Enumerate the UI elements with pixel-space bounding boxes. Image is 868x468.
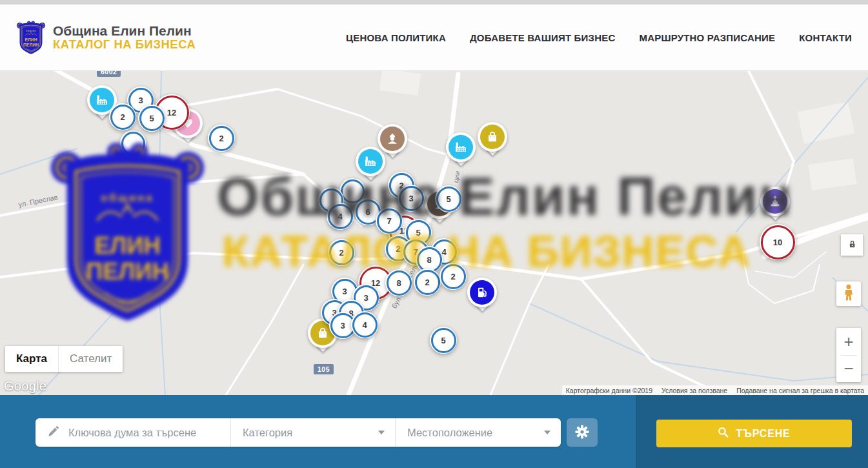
factory-icon xyxy=(95,93,109,107)
header: община ЕЛИН ПЕЛИН Община Елин Пелин КАТА… xyxy=(0,5,868,71)
cluster-marker[interactable]: 4 xyxy=(327,203,354,230)
page: община ЕЛИН ПЕЛИН Община Елин Пелин КАТА… xyxy=(0,0,868,468)
zoom-control: + − xyxy=(836,328,861,382)
cluster-count: 5 xyxy=(436,187,461,212)
category-select-label: Категория xyxy=(243,427,292,439)
cluster-count: 2 xyxy=(441,264,466,289)
map-type-satellite-button[interactable]: Сателит xyxy=(58,346,123,372)
search-fields: Категория Местоположение xyxy=(35,418,561,447)
cluster-count: 5 xyxy=(431,328,456,353)
worker-icon xyxy=(385,132,399,146)
fuel-icon xyxy=(475,285,489,300)
cluster-marker[interactable]: 8 xyxy=(385,269,412,296)
google-logo[interactable]: Google xyxy=(4,379,46,394)
search-bar: Категория Местоположение ТЪР xyxy=(0,395,868,468)
pin-bubble xyxy=(478,122,507,152)
search-button[interactable]: ТЪРСЕНЕ xyxy=(656,420,852,447)
search-button-label: ТЪРСЕНЕ xyxy=(736,428,790,440)
site-subtitle: КАТАЛОГ НА БИЗНЕСА xyxy=(53,38,196,52)
site-title: Община Елин Пелин xyxy=(53,23,196,39)
pin-bubble xyxy=(760,187,790,216)
factory-icon xyxy=(363,154,378,168)
magnifier-icon xyxy=(718,427,729,440)
cluster-marker[interactable]: 2 xyxy=(439,263,467,290)
search-fields-section: Категория Местоположение xyxy=(0,395,636,468)
main-nav: ЦЕНОВА ПОЛИТИКАДОБАВЕТЕ ВАШИЯТ БИЗНЕСМАР… xyxy=(322,32,852,43)
cluster-count: 2 xyxy=(209,126,234,151)
terms-link[interactable]: Условия за ползване xyxy=(661,387,727,394)
cluster-count: 8 xyxy=(387,270,412,296)
pin-bubble xyxy=(467,278,497,307)
nav-item-3[interactable]: КОНТАКТИ xyxy=(799,32,852,43)
cluster-count: 5 xyxy=(139,106,165,131)
cluster-marker[interactable]: 3 xyxy=(398,185,425,212)
nav-item-1[interactable]: ДОБАВЕТЕ ВАШИЯТ БИЗНЕС xyxy=(470,32,615,43)
site-logo[interactable]: община ЕЛИН ПЕЛИН Община Елин Пелин КАТА… xyxy=(16,19,196,56)
map-copyright: Картографски данни ©2019 xyxy=(566,387,652,394)
category-select[interactable]: Категория xyxy=(231,418,395,447)
location-select-label: Местоположение xyxy=(407,427,492,439)
cluster-count: 3 xyxy=(399,186,424,211)
pegman-icon xyxy=(842,284,856,303)
cluster-count: 2 xyxy=(329,240,354,265)
bag-icon xyxy=(485,130,500,144)
logo-text: Община Елин Пелин КАТАЛОГ НА БИЗНЕСА xyxy=(53,23,196,52)
map-attribution: Картографски данни ©2019 Условия за полз… xyxy=(562,385,868,395)
cluster-count: 10 xyxy=(761,225,795,259)
svg-text:община: община xyxy=(26,30,35,32)
pin-bubble xyxy=(378,124,407,154)
street-view-pegman[interactable] xyxy=(836,281,861,306)
cluster-marker[interactable]: 2 xyxy=(328,239,355,266)
pin-bubble xyxy=(446,132,476,162)
municipality-crest-logo: община ЕЛИН ПЕЛИН xyxy=(16,19,46,56)
map-type-control: Карта Сателит xyxy=(5,346,123,372)
cluster-count: 2 xyxy=(415,270,440,295)
nav-item-0[interactable]: ЦЕНОВА ПОЛИТИКА xyxy=(346,32,446,43)
cluster-marker[interactable]: 10 xyxy=(760,224,796,260)
search-action-section: ТЪРСЕНЕ xyxy=(636,395,868,468)
zoom-out-button[interactable]: − xyxy=(836,356,861,383)
cluster-marker[interactable] xyxy=(120,130,146,156)
cluster-count: 4 xyxy=(352,312,378,338)
lock-button[interactable] xyxy=(841,234,863,256)
chevron-down-icon xyxy=(378,431,385,434)
cluster-count: 7 xyxy=(377,209,402,234)
lock-icon xyxy=(847,239,857,252)
cluster-count: 2 xyxy=(110,105,136,130)
church-icon xyxy=(768,194,782,209)
pin-bubble xyxy=(356,147,385,176)
cluster-marker[interactable]: 2 xyxy=(109,103,136,130)
chevron-down-icon xyxy=(544,431,550,434)
report-error-link[interactable]: Подаване на сигнал за грешка в картата xyxy=(736,387,864,394)
map-type-map-button[interactable]: Карта xyxy=(5,346,58,372)
map-canvas[interactable]: ул. Преславбул. „Новоселци“ции6002105 xyxy=(0,71,868,395)
road-badge: 105 xyxy=(314,364,334,374)
keyword-field[interactable] xyxy=(35,418,230,447)
road-badge: 6002 xyxy=(97,71,121,77)
bag-icon xyxy=(316,326,330,340)
cluster-count: 4 xyxy=(328,204,353,229)
nav-item-2[interactable]: МАРШРУТНО РАЗПИСАНИЕ xyxy=(639,32,775,43)
factory-icon xyxy=(454,140,468,154)
gear-icon xyxy=(574,424,590,442)
cluster-marker[interactable]: 5 xyxy=(430,327,457,354)
cluster-marker[interactable]: 2 xyxy=(208,125,235,152)
cluster-marker[interactable]: 2 xyxy=(414,269,441,296)
cluster-marker[interactable]: 4 xyxy=(351,311,378,338)
advanced-settings-button[interactable] xyxy=(567,418,598,447)
cluster-count xyxy=(121,132,145,156)
svg-text:ПЕЛИН: ПЕЛИН xyxy=(23,43,39,47)
cluster-marker[interactable]: 5 xyxy=(435,185,462,212)
cluster-marker[interactable]: 5 xyxy=(138,105,165,132)
pencil-icon xyxy=(47,425,59,440)
search-input[interactable] xyxy=(67,426,221,440)
cluster-marker[interactable]: 7 xyxy=(376,207,403,234)
location-select[interactable]: Местоположение xyxy=(396,418,561,447)
top-strip xyxy=(0,0,868,5)
zoom-in-button[interactable]: + xyxy=(836,328,861,355)
svg-text:ЕЛИН: ЕЛИН xyxy=(25,37,37,42)
